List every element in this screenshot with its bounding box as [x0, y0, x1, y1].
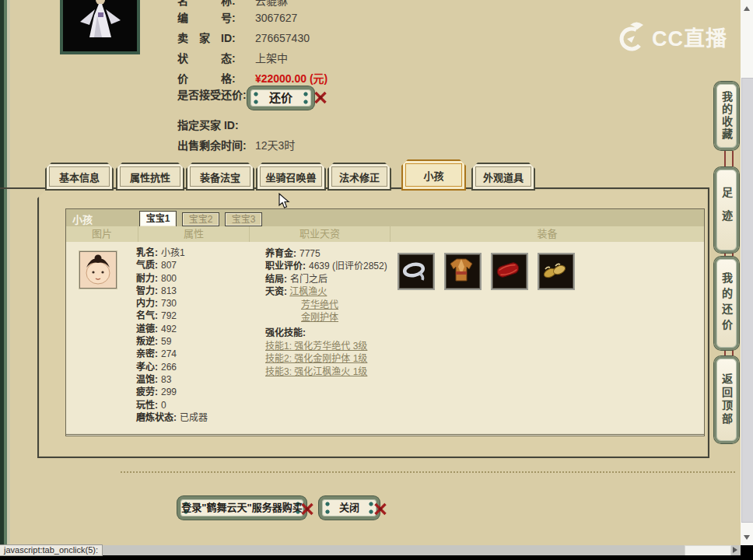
pet-stat-label: 智力:	[136, 285, 158, 296]
talent-row: 天资: 江枫渔火	[265, 285, 387, 298]
sidebar-button[interactable]: 足迹	[714, 167, 739, 253]
rating-value: 4639 (旧评价2852)	[309, 261, 387, 271]
pet-stat-value: 83	[161, 374, 171, 385]
sale-time-label: 出售剩余时间:	[177, 137, 252, 152]
browser-status-bar: javascript:tab_onclick(5):	[0, 544, 103, 556]
pet-stat-label: 叛逆:	[136, 336, 158, 347]
pet-stat-value: 800	[161, 273, 177, 284]
pet-stat-label: 内力:	[136, 298, 158, 309]
item-name-row: 名 称: 云貔貅	[177, 0, 288, 8]
ending-value: 名门之后	[290, 274, 327, 285]
bargain-button[interactable]: 还价	[247, 86, 314, 110]
red-bow-icon	[374, 502, 387, 516]
talent-link[interactable]: 江枫渔火	[289, 286, 327, 297]
pet-stat-row: 叛逆:59	[136, 335, 208, 348]
cc-live-logo-icon	[616, 20, 647, 53]
equip-slot-white-sash-belt[interactable]	[398, 253, 435, 290]
pet-stat-value: 813	[161, 285, 177, 296]
pet-stat-value: 792	[161, 310, 177, 321]
main-tab[interactable]: 属性抗性	[116, 163, 184, 191]
skill-link[interactable]: 技能3: 强化江枫渔火 1级	[265, 366, 367, 377]
close-button-label: 关闭	[339, 502, 359, 513]
main-tab[interactable]: 坐骑召唤兽	[256, 163, 326, 191]
vertical-scrollbar[interactable]	[741, 0, 753, 545]
talent-label: 天资:	[265, 286, 287, 297]
pet-stat-value: 807	[161, 260, 177, 271]
pet-stat-value: 已成器	[180, 412, 208, 423]
main-tab[interactable]: 法术修正	[327, 163, 391, 191]
pet-stat-value: 274	[161, 348, 177, 359]
scroll-up-arrow-icon[interactable]	[744, 3, 750, 11]
skill-header-label: 强化技能:	[265, 327, 306, 338]
white-sash-belt-icon	[399, 254, 430, 285]
column-header: 图片	[66, 226, 138, 242]
status-row: 状 态: 上架中	[177, 50, 288, 65]
bottom-black-strip	[0, 555, 753, 560]
main-tab[interactable]: 基本信息	[45, 163, 114, 191]
pet-stat-value: 730	[161, 298, 177, 309]
rating-row: 职业评价:4639 (旧评价2852)	[265, 260, 387, 272]
equip-slot-red-pillow[interactable]	[491, 253, 528, 290]
pet-stat-row: 智力:813	[136, 285, 208, 297]
pet-stat-value: 266	[161, 362, 177, 373]
bargain-row: 是否接受还价: 还价	[177, 86, 252, 113]
baby-tab[interactable]: 宝宝3	[225, 212, 262, 226]
pet-stat-row: 道德:492	[136, 323, 208, 335]
sidebar-button[interactable]: 我的还价	[714, 257, 739, 350]
pet-stat-row: 玩性:0	[136, 399, 208, 411]
pet-stat-row: 亲密:274	[136, 348, 208, 360]
sidebar-button[interactable]: 返回顶部	[714, 356, 739, 443]
pet-stat-row: 名气:792	[136, 310, 208, 322]
scroll-right-arrow-icon[interactable]	[733, 547, 741, 553]
equip-slot-orange-robe[interactable]	[444, 253, 482, 290]
pet-stats-list: 乳名:小孩1 气质:807 耐力:800 智力:813 内力:730 名气:79…	[136, 247, 208, 424]
close-button[interactable]: 关闭	[319, 496, 380, 520]
buyer-id-row: 指定买家 ID:	[177, 117, 252, 132]
pet-stat-value: 299	[161, 387, 177, 397]
pet-stat-row: 气质:807	[136, 259, 208, 271]
skill-link[interactable]: 技能1: 强化芳华绝代 3级	[265, 341, 367, 352]
horizontal-scrollbar[interactable]	[0, 545, 741, 555]
pet-stat-row: 乳名:小孩1	[136, 247, 208, 259]
pet-photo	[79, 251, 117, 289]
buy-on-server-button[interactable]: 登录"鹤舞云天"服务器购买	[177, 496, 306, 520]
quick-sidebar: 我的收藏足迹我的还价返回顶部	[714, 0, 741, 544]
pet-stat-value: 0	[161, 400, 166, 411]
scroll-down-arrow-icon[interactable]	[744, 535, 750, 543]
item-id-row: 编 号: 3067627	[177, 9, 297, 25]
buy-on-server-label: 登录"鹤舞云天"服务器购买	[181, 502, 302, 513]
price-value: ¥22000.00 (元)	[255, 72, 327, 85]
status-value: 上架中	[255, 52, 288, 65]
nurture-label: 养育金:	[265, 248, 296, 259]
orange-robe-icon	[446, 254, 477, 285]
pet-stat-label: 玩性:	[136, 400, 158, 411]
pet-table-header: 小孩 宝宝1宝宝2宝宝3	[66, 209, 704, 226]
item-id-value: 3067627	[255, 12, 298, 24]
vertical-scrollbar-thumb[interactable]	[741, 78, 753, 523]
main-tab-label: 法术修正	[339, 170, 380, 184]
pet-stat-label: 耐力:	[136, 273, 158, 284]
talent-row: 金刚护体	[265, 311, 387, 324]
main-tab[interactable]: 装备法宝	[186, 163, 254, 191]
red-bow-icon	[301, 502, 313, 516]
pet-career-block: 养育金:7775 职业评价:4639 (旧评价2852) 结局:名门之后 天资:…	[265, 247, 387, 378]
baby-tab[interactable]: 宝宝2	[182, 212, 219, 226]
pet-stat-label: 孝心:	[136, 362, 158, 373]
sidebar-button[interactable]: 我的收藏	[714, 82, 739, 150]
pet-stat-label: 磨炼状态:	[136, 412, 177, 423]
seller-id-row: 卖 家 ID: 276657430	[177, 30, 310, 45]
nurture-row: 养育金:7775	[265, 247, 387, 260]
talent-row: 芳华绝代	[265, 299, 387, 311]
talent-link[interactable]: 金刚护体	[301, 312, 338, 323]
baby-tab[interactable]: 宝宝1	[139, 211, 177, 227]
pet-stat-value: 小孩1	[161, 247, 185, 258]
equip-slot-yellow-shoes[interactable]	[538, 253, 575, 290]
item-id-label: 编 号:	[177, 9, 252, 25]
main-tab[interactable]: 外观道具	[471, 163, 535, 191]
main-tab[interactable]: 小孩	[401, 159, 466, 191]
skill-link[interactable]: 技能2: 强化金刚护体 1级	[265, 353, 367, 364]
column-header: 属性	[138, 226, 249, 242]
talent-link[interactable]: 芳华绝代	[301, 299, 338, 310]
price-label: 价 格:	[177, 70, 252, 86]
pet-table-body: 乳名:小孩1 气质:807 耐力:800 智力:813 内力:730 名气:79…	[66, 242, 704, 432]
